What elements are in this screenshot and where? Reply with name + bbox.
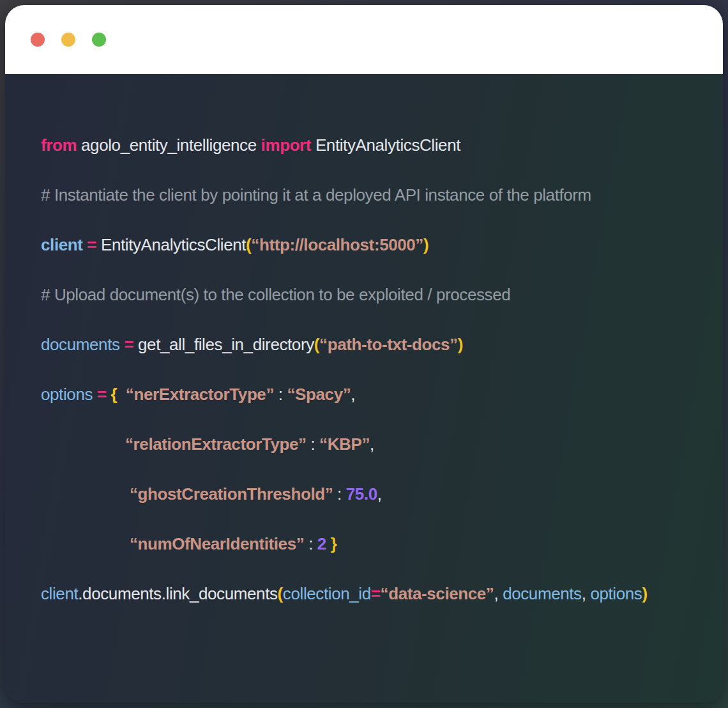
code-token-plain: :: [274, 385, 287, 404]
code-line: from agolo_entity_intelligence import En…: [41, 120, 723, 170]
code-token-bracket: }: [331, 534, 337, 553]
code-token-variable: client: [41, 584, 78, 603]
code-token-plain: ,: [351, 385, 355, 404]
code-token-bracket: (: [278, 584, 283, 603]
code-token-variable_bold: client: [41, 235, 87, 254]
traffic-light-zoom-button[interactable]: [92, 33, 106, 47]
code-token-number: 2: [317, 534, 331, 553]
code-token-plain: get_all_files_in_directory: [138, 335, 314, 354]
code-token-keyword: from: [41, 135, 81, 155]
traffic-light-minimize-button[interactable]: [61, 33, 75, 47]
traffic-light-close-button[interactable]: [31, 33, 45, 47]
code-token-string: “nerExtractorType”: [126, 385, 274, 404]
code-token-bracket: ): [642, 584, 647, 603]
code-token-keyword: import: [261, 135, 315, 155]
code-line: documents = get_all_files_in_directory(“…: [41, 319, 723, 369]
code-line: # Upload document(s) to the collection t…: [41, 270, 723, 319]
code-token-string: “numOfNearIdentities”: [130, 534, 304, 553]
code-token-variable: collection_id: [283, 584, 371, 603]
code-line: options = { “nerExtractorType” : “Spacy”…: [41, 369, 723, 419]
code-token-string: “data-science”: [381, 584, 494, 603]
code-token-keyword: =: [87, 235, 101, 254]
code-token-plain: EntityAnalyticsClient: [315, 135, 460, 155]
code-token-bracket: {: [110, 385, 117, 404]
code-token-keyword: =: [124, 335, 138, 354]
code-token-plain: ,: [494, 584, 503, 603]
code-line: “relationExtractorType” : “KBP”,: [125, 419, 723, 469]
code-token-string: “Spacy”: [287, 385, 351, 404]
code-line: “numOfNearIdentities” : 2 }: [130, 519, 723, 569]
code-token-string: “KBP”: [319, 435, 370, 454]
code-token-variable: documents: [41, 335, 124, 354]
code-token-variable: options: [41, 385, 97, 404]
code-token-plain: ,: [582, 584, 591, 603]
code-line: client = EntityAnalyticsClient(“http://l…: [41, 220, 723, 270]
code-area: from agolo_entity_intelligence import En…: [5, 74, 723, 703]
code-token-string: “relationExtractorType”: [125, 435, 307, 454]
code-token-plain: EntityAnalyticsClient: [101, 235, 246, 254]
code-token-plain: ,: [377, 484, 382, 504]
code-token-comment: # Upload document(s) to the collection t…: [41, 285, 510, 304]
code-token-comment: # Instantiate the client by pointing it …: [41, 185, 591, 204]
window-titlebar: [5, 5, 723, 74]
code-token-bracket: ): [458, 335, 463, 354]
code-line: “ghostCreationThreshold” : 75.0,: [130, 469, 723, 519]
code-token-string: “path-to-txt-docs”: [319, 335, 458, 354]
code-token-variable: documents: [503, 584, 582, 603]
code-token-plain: :: [333, 484, 345, 504]
code-line: client.documents.link_documents(collecti…: [41, 569, 723, 619]
code-token-string: “ghostCreationThreshold”: [130, 484, 333, 504]
code-token-keyword: =: [371, 584, 381, 603]
code-token-keyword: =: [97, 385, 111, 404]
code-token-plain: agolo_entity_intelligence: [81, 135, 261, 155]
code-token-string: “http://localhost:5000”: [251, 235, 423, 254]
code-token-plain: :: [307, 435, 319, 454]
code-token-plain: [117, 385, 126, 404]
code-token-plain: ,: [370, 435, 374, 454]
code-token-variable: options: [590, 584, 642, 603]
code-token-plain: .documents.link_documents: [78, 584, 277, 603]
code-token-plain: :: [304, 534, 317, 553]
code-editor-window: from agolo_entity_intelligence import En…: [5, 5, 723, 703]
code-token-bracket: (: [314, 335, 319, 354]
code-line: # Instantiate the client by pointing it …: [41, 170, 723, 220]
code-token-bracket: ): [423, 235, 428, 254]
code-token-number: 75.0: [346, 484, 377, 504]
